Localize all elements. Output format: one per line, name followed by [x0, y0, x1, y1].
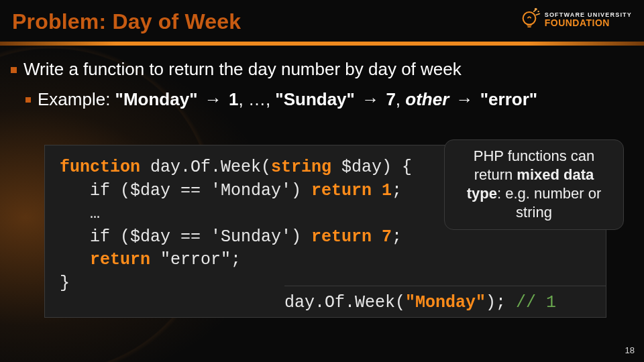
example-sunday: "Sunday" — [275, 89, 355, 109]
code-kw-return: return — [311, 227, 372, 247]
slide-title: Problem: Day of Week — [12, 9, 241, 34]
code-text — [60, 250, 90, 269]
call-after: ); — [486, 293, 516, 312]
note-text: mixed data — [517, 166, 594, 183]
callout-note: PHP functions can return mixed data type… — [444, 139, 624, 230]
code-kw-return: return — [311, 181, 372, 200]
example-sep: , — [396, 89, 405, 109]
note-line: PHP functions can — [453, 147, 615, 166]
svg-point-1 — [537, 11, 539, 12]
slide: Problem: Day of Week SOFTWARE UNIVERSITY… — [0, 0, 644, 362]
code-text: day.Of.Week( — [140, 158, 271, 177]
code-text: $day) { — [331, 158, 412, 177]
logo-line2: FOUNDATION — [545, 18, 632, 27]
code-text: if ($day == 'Monday') — [60, 181, 311, 200]
note-text: : e.g. number or — [497, 185, 601, 202]
call-fn: day.Of.Week( — [284, 293, 405, 312]
code-text — [372, 181, 382, 200]
code-text: } — [60, 274, 70, 293]
bullet-main-text: Write a function to return the day numbe… — [23, 59, 462, 80]
code-text: if ($day == 'Sunday') — [60, 227, 311, 247]
code-kw-function: function — [60, 158, 140, 177]
example-one: 1 — [229, 89, 238, 109]
lightbulb-icon — [518, 8, 541, 31]
logo: SOFTWARE UNIVERSITY FOUNDATION — [518, 8, 632, 31]
page-number: 18 — [625, 345, 635, 355]
bullet-sub: Example: "Monday" → 1, …, "Sunday" → 7, … — [25, 89, 633, 110]
bullet-sub-text: Example: "Monday" → 1, …, "Sunday" → 7, … — [38, 89, 537, 110]
arrow-icon: → — [456, 89, 474, 109]
example-error: "error" — [480, 89, 537, 109]
note-text: type — [467, 185, 497, 202]
note-line: string — [453, 203, 615, 222]
svg-point-0 — [523, 12, 535, 25]
body: Write a function to return the day numbe… — [11, 59, 633, 122]
code-text: … — [60, 204, 100, 223]
arrow-icon: → — [205, 89, 222, 109]
code-text — [372, 227, 382, 247]
example-other: other — [405, 89, 449, 109]
code-kw-return: return — [90, 250, 150, 269]
code-call: day.Of.Week("Monday"); // 1 — [284, 286, 606, 312]
example-seven: 7 — [386, 89, 395, 109]
code-text: "error"; — [150, 250, 241, 269]
note-line: return mixed data — [453, 166, 615, 184]
bullet-icon — [11, 67, 17, 73]
arrow-icon: → — [362, 89, 379, 109]
code-num: 1 — [382, 181, 392, 200]
example-label: Example: — [38, 89, 115, 109]
call-comment: // 1 — [516, 293, 556, 312]
bullet-icon — [25, 97, 31, 103]
code-num: 7 — [382, 227, 392, 247]
code-text: ; — [392, 227, 402, 247]
call-arg: "Monday" — [405, 293, 486, 312]
logo-text: SOFTWARE UNIVERSITY FOUNDATION — [545, 12, 632, 27]
note-line: type: e.g. number or — [453, 184, 615, 203]
code-text: ; — [392, 181, 402, 200]
example-ellipsis: , …, — [238, 89, 275, 109]
code-kw-string: string — [271, 158, 331, 177]
example-monday: "Monday" — [115, 89, 198, 109]
divider — [0, 42, 644, 46]
bullet-main: Write a function to return the day numbe… — [11, 59, 633, 80]
note-text: return — [474, 166, 517, 183]
